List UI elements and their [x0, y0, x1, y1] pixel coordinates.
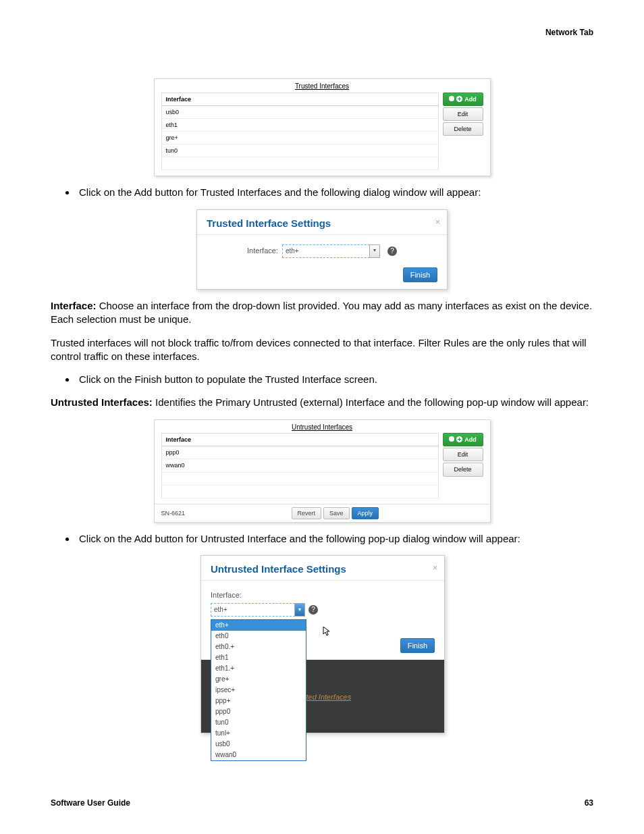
background-caption: sted Interfaces: [302, 692, 351, 702]
untrusted-interfaces-panel: Untrusted Interfaces Interface ppp0 wwan…: [154, 419, 491, 523]
revert-button[interactable]: Revert: [292, 507, 322, 519]
table-row[interactable]: gre+: [161, 132, 438, 145]
dropdown-option[interactable]: tunl+: [211, 728, 306, 739]
table-row: [161, 485, 438, 498]
dialog-title: Untrusted Interface Settings: [201, 556, 444, 581]
chevron-down-icon[interactable]: ▾: [369, 244, 380, 258]
interface-label: Interface:: [247, 246, 278, 256]
dropdown-option[interactable]: eth0.+: [211, 642, 306, 652]
dropdown-option[interactable]: eth0: [211, 631, 306, 642]
interface-select[interactable]: eth+: [211, 603, 295, 617]
add-button[interactable]: Add: [443, 433, 483, 446]
body-text: Click on the Add button for Trusted Inte…: [76, 186, 593, 199]
apply-button[interactable]: Apply: [352, 507, 379, 519]
untrusted-settings-dialog: × Untrusted Interface Settings Interface…: [200, 555, 445, 733]
chevron-down-icon[interactable]: ▾: [294, 603, 305, 617]
delete-button[interactable]: Delete: [443, 122, 483, 136]
untrusted-panel-title: Untrusted Interfaces: [155, 420, 490, 434]
table-row: [161, 157, 438, 170]
help-icon[interactable]: ?: [387, 246, 397, 256]
page-header: Network Tab: [51, 27, 593, 38]
help-icon[interactable]: ?: [308, 605, 318, 615]
cursor-icon: [323, 626, 331, 637]
save-button[interactable]: Save: [323, 507, 350, 519]
dropdown-option[interactable]: wwan0: [211, 750, 306, 760]
table-row[interactable]: usb0: [161, 105, 438, 118]
dropdown-option[interactable]: ppp+: [211, 696, 306, 706]
dropdown-option[interactable]: ipsec+: [211, 685, 306, 696]
dropdown-option[interactable]: eth+: [211, 620, 306, 631]
finish-button[interactable]: Finish: [403, 267, 437, 282]
device-id: SN-6621: [161, 509, 186, 517]
trusted-interfaces-table: Interface usb0 eth1 gre+ tun0: [161, 93, 439, 171]
untrusted-interfaces-table: Interface ppp0 wwan0: [161, 433, 439, 498]
close-icon[interactable]: ×: [435, 217, 440, 228]
add-button[interactable]: Add: [443, 93, 483, 106]
table-row[interactable]: ppp0: [161, 446, 438, 459]
trusted-interfaces-panel: Trusted Interfaces Interface usb0 eth1 g…: [154, 78, 491, 176]
body-text: Interface: Choose an interface from the …: [51, 299, 593, 327]
dropdown-option[interactable]: tun0: [211, 717, 306, 728]
table-row: [161, 472, 438, 485]
interface-dropdown[interactable]: eth+ eth0 eth0.+ eth1 eth1.+ gre+ ipsec+…: [211, 619, 306, 761]
footer-left: Software User Guide: [51, 798, 130, 808]
body-text: Click on the Finish button to populate t…: [76, 373, 593, 386]
plus-icon: [456, 436, 462, 442]
page-number: 63: [585, 798, 593, 808]
dropdown-option[interactable]: usb0: [211, 739, 306, 750]
table-row[interactable]: wwan0: [161, 459, 438, 472]
delete-button[interactable]: Delete: [443, 463, 483, 476]
trusted-col-header: Interface: [161, 93, 438, 105]
trusted-panel-title: Trusted Interfaces: [155, 79, 490, 93]
dropdown-option[interactable]: ppp0: [211, 706, 306, 717]
body-text: Trusted interfaces will not block traffi…: [51, 336, 593, 364]
untrusted-col-header: Interface: [161, 434, 438, 446]
finish-button[interactable]: Finish: [400, 638, 435, 653]
dropdown-option[interactable]: eth1: [211, 652, 306, 663]
edit-button[interactable]: Edit: [443, 107, 483, 121]
edit-button[interactable]: Edit: [443, 448, 483, 461]
plus-icon: [456, 96, 462, 102]
table-row[interactable]: eth1: [161, 118, 438, 131]
dropdown-option[interactable]: eth1.+: [211, 663, 306, 674]
close-icon[interactable]: ×: [433, 563, 437, 573]
body-text: Click on the Add button for Untrusted In…: [76, 532, 593, 546]
interface-select[interactable]: eth+: [282, 244, 370, 258]
interface-label: Interface:: [211, 590, 242, 600]
trusted-settings-dialog: × Trusted Interface Settings Interface: …: [196, 209, 448, 290]
body-text: Untrusted Interfaces: Identifies the Pri…: [51, 396, 593, 409]
table-row[interactable]: tun0: [161, 145, 438, 157]
dialog-title: Trusted Interface Settings: [197, 210, 447, 235]
dropdown-option[interactable]: gre+: [211, 674, 306, 685]
